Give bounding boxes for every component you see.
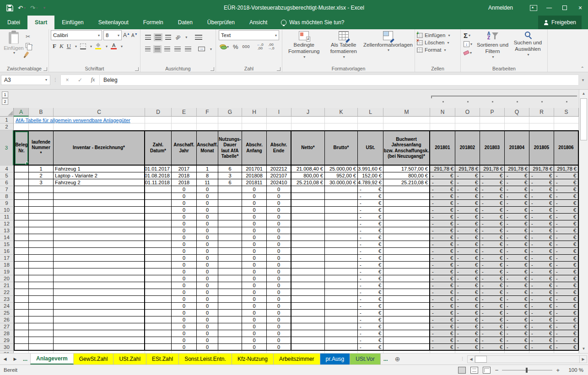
cell-c4[interactable]: Fahrzeug 1 bbox=[54, 166, 145, 172]
cell-m13[interactable] bbox=[383, 227, 430, 234]
align-left-icon[interactable] bbox=[145, 47, 151, 52]
cell-g29[interactable] bbox=[218, 337, 242, 344]
cell-g28[interactable] bbox=[218, 330, 242, 337]
tab-overflow-right[interactable]: ... bbox=[381, 354, 391, 364]
bold-button[interactable]: F bbox=[53, 43, 56, 50]
sheet-tab-ust-vor[interactable]: USt.Vor bbox=[350, 354, 380, 364]
align-middle-icon[interactable] bbox=[155, 35, 161, 40]
cell-e14[interactable]: 0 bbox=[172, 234, 197, 241]
customize-qat-button[interactable]: ▾ bbox=[43, 5, 46, 10]
row-header-2[interactable]: 2 bbox=[0, 123, 14, 130]
cell-q20[interactable]: -€ bbox=[505, 275, 529, 282]
cell-p23[interactable]: -€ bbox=[480, 296, 505, 303]
cell-a29[interactable] bbox=[14, 337, 29, 344]
sheet-tab-sonst-leist-entn-[interactable]: Sonst.Leist.Entn. bbox=[179, 354, 232, 364]
cell-l7[interactable]: -€ bbox=[358, 186, 383, 193]
cell-k12[interactable] bbox=[325, 220, 358, 227]
cell-i9[interactable]: 0 bbox=[267, 200, 291, 207]
cell-o7[interactable]: -€ bbox=[455, 186, 480, 193]
cell[interactable] bbox=[14, 123, 29, 130]
cell-i27[interactable]: 0 bbox=[267, 323, 291, 330]
format-as-table-button[interactable]: Als Tabelle formatieren▾ bbox=[324, 31, 363, 64]
cell-i29[interactable]: 0 bbox=[267, 337, 291, 344]
cell-g7[interactable] bbox=[218, 186, 242, 193]
cell-q16[interactable]: -€ bbox=[505, 248, 529, 255]
cell-d21[interactable] bbox=[145, 282, 172, 289]
cell-r30[interactable]: -€ bbox=[529, 344, 554, 351]
cell[interactable] bbox=[172, 123, 197, 130]
cell-r29[interactable]: -€ bbox=[529, 337, 554, 344]
afa-table-hyperlink[interactable]: AfA-Tabelle für allgemein verwendbare An… bbox=[16, 117, 130, 123]
cell-s7[interactable]: -€ bbox=[554, 186, 579, 193]
cell-c11[interactable] bbox=[54, 214, 145, 220]
cell-b27[interactable] bbox=[29, 323, 54, 330]
tab-overflow-left[interactable]: ... bbox=[20, 354, 30, 364]
cell-r15[interactable]: -€ bbox=[529, 241, 554, 248]
cell-s16[interactable]: -€ bbox=[554, 248, 579, 255]
cell-d30[interactable] bbox=[145, 344, 172, 351]
row-header-11[interactable]: 11 bbox=[0, 214, 14, 220]
cell-h29[interactable]: 0 bbox=[242, 337, 267, 344]
table-header-cell-i3[interactable]: Abschr. Ende bbox=[267, 130, 291, 166]
cell-l4[interactable]: 3.991,60 € bbox=[358, 166, 383, 172]
cell[interactable] bbox=[529, 123, 554, 130]
cell-m19[interactable] bbox=[383, 268, 430, 275]
sheet-tab-est-zahl[interactable]: ESt.Zahl bbox=[146, 354, 179, 364]
cell-o10[interactable]: -€ bbox=[455, 207, 480, 214]
cell-n7[interactable]: -€ bbox=[430, 186, 455, 193]
cell-p18[interactable]: -€ bbox=[480, 262, 505, 268]
cell-r9[interactable]: -€ bbox=[529, 200, 554, 207]
cell-e12[interactable]: 0 bbox=[172, 220, 197, 227]
row-header-18[interactable]: 18 bbox=[0, 262, 14, 268]
cell-c18[interactable] bbox=[54, 262, 145, 268]
cell-f29[interactable]: 0 bbox=[197, 337, 218, 344]
cell-j20[interactable] bbox=[291, 275, 325, 282]
cell-d12[interactable] bbox=[145, 220, 172, 227]
cell-d26[interactable] bbox=[145, 316, 172, 323]
cell-i24[interactable]: 0 bbox=[267, 303, 291, 310]
cell-p29[interactable]: -€ bbox=[480, 337, 505, 344]
cell-a25[interactable] bbox=[14, 310, 29, 316]
cell-a27[interactable] bbox=[14, 323, 29, 330]
cell-l26[interactable]: -€ bbox=[358, 316, 383, 323]
cell-o28[interactable]: -€ bbox=[455, 330, 480, 337]
cell-b24[interactable] bbox=[29, 303, 54, 310]
row-header-17[interactable]: 17 bbox=[0, 255, 14, 262]
cell-j11[interactable] bbox=[291, 214, 325, 220]
row-header-20[interactable]: 20 bbox=[0, 275, 14, 282]
column-header-n[interactable]: N bbox=[430, 108, 455, 117]
row-header-24[interactable]: 24 bbox=[0, 303, 14, 310]
row-header-19[interactable]: 19 bbox=[0, 268, 14, 275]
align-right-icon[interactable] bbox=[164, 47, 170, 52]
cell-a5[interactable] bbox=[14, 172, 29, 179]
cell-h27[interactable]: 0 bbox=[242, 323, 267, 330]
cell-g30[interactable] bbox=[218, 344, 242, 351]
cell-j26[interactable] bbox=[291, 316, 325, 323]
sort-filter-button[interactable]: AZ Sortieren und Filtern▾ bbox=[475, 30, 510, 64]
paste-button[interactable]: Einfügen ▾ bbox=[2, 30, 26, 64]
cell-d13[interactable] bbox=[145, 227, 172, 234]
zoom-level[interactable]: 100 % bbox=[564, 367, 583, 373]
format-cells-button[interactable]: Format▾ bbox=[417, 47, 459, 53]
cell-d19[interactable] bbox=[145, 268, 172, 275]
format-painter-button[interactable] bbox=[26, 50, 32, 58]
cell-o15[interactable]: -€ bbox=[455, 241, 480, 248]
table-header-cell-n3[interactable]: 201801 bbox=[430, 130, 455, 166]
cell-m16[interactable] bbox=[383, 248, 430, 255]
number-dialog-launcher-icon[interactable] bbox=[277, 67, 281, 71]
cell-k21[interactable] bbox=[325, 282, 358, 289]
column-header-h[interactable]: H bbox=[242, 108, 267, 117]
horizontal-scrollbar[interactable]: ◀ ▶ bbox=[467, 355, 587, 364]
cell-n25[interactable]: -€ bbox=[430, 310, 455, 316]
tell-me-box[interactable]: Was möchten Sie tun? bbox=[275, 16, 351, 29]
cell-p4[interactable]: 291,78 € bbox=[480, 166, 505, 172]
sheet-tab-pr-ausg[interactable]: pr.Ausg bbox=[320, 354, 351, 364]
cell-e19[interactable]: 0 bbox=[172, 268, 197, 275]
cell-j15[interactable] bbox=[291, 241, 325, 248]
cell-o8[interactable]: -€ bbox=[455, 193, 480, 200]
cell-b13[interactable] bbox=[29, 227, 54, 234]
cell-i21[interactable]: 0 bbox=[267, 282, 291, 289]
cell-b10[interactable] bbox=[29, 207, 54, 214]
cell-g22[interactable] bbox=[218, 289, 242, 296]
cell-o14[interactable]: -€ bbox=[455, 234, 480, 241]
